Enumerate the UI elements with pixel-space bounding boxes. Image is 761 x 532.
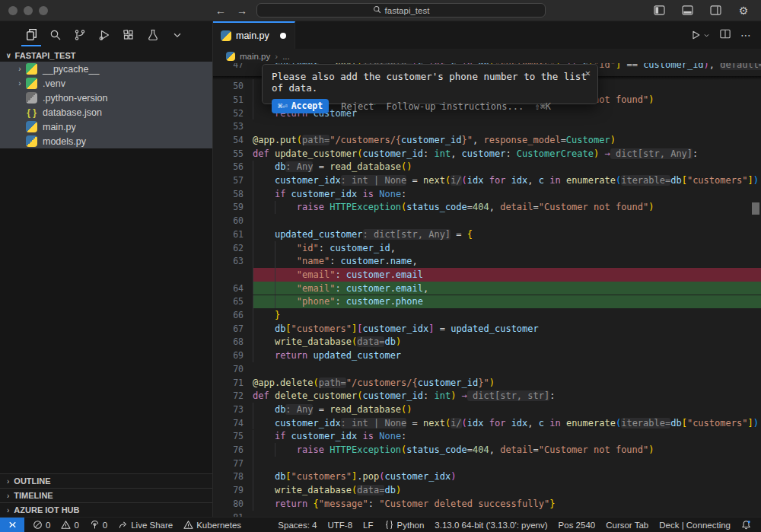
code-line-74[interactable]: 74 customer_idx: int | None = next(i/(id…	[213, 416, 761, 430]
panel-header-azure-iot-hub[interactable]: ›AZURE IOT HUB	[0, 502, 212, 517]
testing-beaker-icon[interactable]	[143, 24, 163, 46]
toggle-sidebar-icon[interactable]	[649, 0, 669, 22]
settings-gear-icon[interactable]: ⚙	[734, 0, 753, 22]
status-item-0[interactable]: 0	[27, 520, 56, 530]
remote-indicator[interactable]	[0, 518, 24, 532]
line-number[interactable]: 62	[213, 243, 244, 253]
line-number[interactable]: 71	[213, 377, 244, 388]
minimize-window-button[interactable]	[24, 6, 33, 15]
more-views-chevron-icon[interactable]	[167, 24, 187, 46]
code-line-75[interactable]: 75 if customer_idx is None:	[213, 430, 761, 444]
line-number[interactable]: 61	[213, 229, 244, 240]
status-item-0[interactable]: 0	[56, 520, 84, 530]
maximize-window-button[interactable]	[39, 6, 48, 15]
code-line-70[interactable]: 70	[213, 362, 761, 376]
line-number[interactable]: 57	[213, 175, 244, 186]
forward-icon[interactable]: →	[237, 5, 247, 17]
status-item-0[interactable]: 0	[84, 520, 113, 530]
line-number[interactable]: 53	[213, 121, 244, 132]
line-number[interactable]: 70	[213, 364, 244, 374]
close-icon[interactable]: ✕	[585, 68, 591, 78]
code-line-79[interactable]: 79 write_database(data=db)	[213, 483, 761, 497]
line-number[interactable]: 50	[213, 81, 244, 91]
code-line-53[interactable]: 53	[213, 119, 761, 133]
breadcrumb-file[interactable]: main.py	[240, 52, 270, 61]
code-line-58[interactable]: 58 if customer_idx is None:	[213, 187, 761, 201]
split-editor-icon[interactable]	[720, 28, 731, 42]
line-number[interactable]: 80	[213, 499, 244, 509]
line-number[interactable]: 63	[213, 256, 244, 266]
line-number[interactable]: 58	[213, 189, 244, 199]
line-number[interactable]: 56	[213, 161, 244, 172]
explorer-root-header[interactable]: ∨ FASTAPI_TEST	[0, 49, 212, 62]
line-number[interactable]: 77	[213, 458, 244, 469]
code-line-72[interactable]: 72def delete_customer(customer_id: int) …	[213, 389, 761, 403]
code-line-68[interactable]: 68 write_database(data=db)	[213, 336, 761, 349]
unsaved-dot-icon[interactable]	[280, 33, 286, 39]
status-item-pos-2540[interactable]: Pos 2540	[553, 521, 601, 530]
line-number[interactable]: 73	[213, 404, 244, 415]
line-number[interactable]: 66	[213, 310, 244, 320]
status-item-live-share[interactable]: Live Share	[113, 520, 178, 530]
panel-header-outline[interactable]: ›OUTLINE	[0, 473, 212, 488]
code-line-60[interactable]: 60	[213, 214, 761, 228]
toggle-panel-icon[interactable]	[677, 0, 697, 22]
code-line-diff[interactable]: "email": customer.email	[213, 268, 761, 282]
line-number[interactable]: 54	[213, 135, 244, 145]
run-python-file-button[interactable]	[690, 30, 710, 40]
code-line-56[interactable]: 56 db: Any = read_database()	[213, 161, 761, 174]
file-tree-item-database-json[interactable]: { }database.json	[0, 105, 212, 119]
code-line-80[interactable]: 80 return {"message": "Customer deleted …	[213, 497, 761, 511]
code-line-62[interactable]: 62 "id": customer_id,	[213, 241, 761, 255]
status-item-utf-8[interactable]: UTF-8	[323, 521, 358, 530]
code-line-81[interactable]: 81	[213, 511, 761, 517]
followup-button[interactable]: Follow-up instructions... ⇧⌘K	[387, 101, 552, 112]
code-line-73[interactable]: 73 db: Any = read_database()	[213, 403, 761, 416]
close-window-button[interactable]	[8, 6, 18, 15]
line-number[interactable]: 72	[213, 390, 244, 401]
more-actions-icon[interactable]: ⋯	[740, 29, 752, 41]
status-item-python[interactable]: Python	[379, 520, 430, 530]
source-control-icon[interactable]	[70, 24, 90, 46]
code-line-69[interactable]: 69 return updated_customer	[213, 349, 761, 362]
line-number[interactable]: 64	[213, 283, 244, 294]
line-number[interactable]: 52	[213, 108, 244, 119]
explorer-icon[interactable]	[21, 24, 41, 46]
breadcrumb-symbol[interactable]: ...	[282, 52, 290, 61]
file-tree-item-models-py[interactable]: models.py	[0, 134, 212, 148]
line-number[interactable]: 47	[213, 63, 244, 70]
search-view-icon[interactable]	[46, 24, 65, 46]
line-number[interactable]: 74	[213, 418, 244, 428]
accept-button[interactable]: ⌘⏎ Accept	[272, 99, 329, 113]
line-number[interactable]: 78	[213, 471, 244, 482]
line-number[interactable]: 76	[213, 444, 244, 455]
status-item-deck-connecting[interactable]: Deck | Connecting	[654, 521, 736, 530]
scrollbar-marker[interactable]	[752, 202, 759, 215]
run-debug-icon[interactable]	[94, 24, 114, 46]
code-line-64[interactable]: 64 "email": customer.email,	[213, 282, 761, 295]
line-number[interactable]: 81	[213, 512, 244, 517]
line-number[interactable]: 59	[213, 202, 244, 212]
status-item-kubernetes[interactable]: Kubernetes	[178, 520, 247, 530]
line-number[interactable]: 55	[213, 148, 244, 159]
extensions-icon[interactable]	[119, 24, 139, 46]
code-line-71[interactable]: 71@app.delete(path="/customers/{customer…	[213, 376, 761, 390]
code-line-61[interactable]: 61 updated_customer: dict[str, Any] = {	[213, 228, 761, 241]
code-line-67[interactable]: 67 db["customers"][customer_idx] = updat…	[213, 322, 761, 336]
line-number[interactable]: 60	[213, 215, 244, 226]
file-tree-item-main-py[interactable]: main.py	[0, 119, 212, 134]
code-line-63[interactable]: 63 "name": customer.name,	[213, 254, 761, 268]
line-number[interactable]: 75	[213, 431, 244, 441]
panel-header-timeline[interactable]: ›TIMELINE	[0, 488, 212, 502]
code-line-78[interactable]: 78 db["customers"].pop(customer_idx)	[213, 470, 761, 484]
code-line-55[interactable]: 55def update_customer(customer_id: int, …	[213, 147, 761, 161]
code-line-57[interactable]: 57 customer_idx: int | None = next(i/(id…	[213, 174, 761, 187]
code-line-76[interactable]: 76 raise HTTPException(status_code=404, …	[213, 443, 761, 457]
code-line-59[interactable]: 59 raise HTTPException(status_code=404, …	[213, 201, 761, 215]
command-center-search[interactable]: fastapi_test	[256, 3, 546, 18]
code-line-65[interactable]: 65 "phone": customer.phone	[213, 295, 761, 309]
file-tree-item--pycache-[interactable]: ›__pycache__	[0, 62, 212, 76]
reject-button[interactable]: Reject	[341, 101, 374, 112]
line-number[interactable]: 79	[213, 485, 244, 495]
file-tree-item--python-version[interactable]: .python-version	[0, 91, 212, 105]
